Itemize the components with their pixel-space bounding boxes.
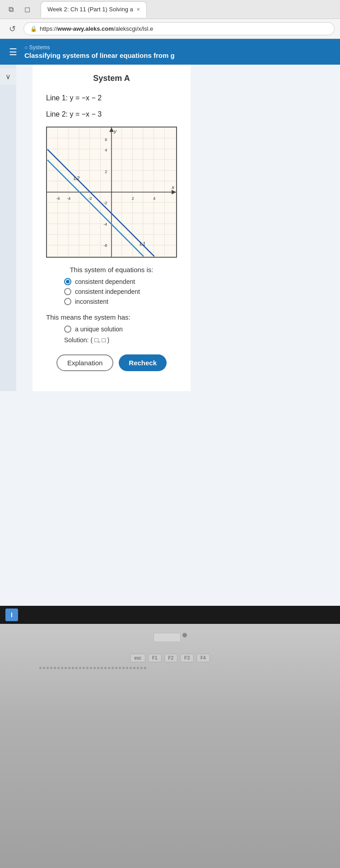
url-prefix: https:// <box>40 25 57 32</box>
option-inconsistent[interactable]: inconsistent <box>64 298 177 305</box>
power-indicator <box>182 633 187 637</box>
svg-line-40 <box>47 160 144 256</box>
svg-text:-4: -4 <box>103 222 107 226</box>
refresh-button[interactable]: ↺ <box>5 22 19 36</box>
url-box[interactable]: 🔒 https://www-awy.aleks.com/alekscgi/x/l… <box>23 22 335 35</box>
option-consistent-dependent[interactable]: consistent dependent <box>64 278 177 285</box>
svg-text:-6: -6 <box>56 196 60 201</box>
graph-container: x y -6 -4 -2 2 4 <box>46 127 177 258</box>
key-spacer <box>154 633 181 642</box>
browser-chrome: ⧉ ◻ Week 2: Ch 11 (Part 1) Solving a × ↺… <box>0 0 340 39</box>
url-path: /alekscgi/x/lsl.e <box>114 25 153 32</box>
url-domain: www-awy.aleks.com <box>57 25 114 32</box>
means-text: This means the system has: <box>46 313 177 321</box>
svg-text:x: x <box>171 184 175 190</box>
radio-unique-solution[interactable] <box>64 326 71 333</box>
solution-label-text: Solution: ( □, □ ) <box>64 336 177 344</box>
svg-text:-4: -4 <box>67 196 70 201</box>
collapse-side: ∨ <box>0 65 16 391</box>
tab-icons: ⧉ ◻ <box>5 3 33 16</box>
key-f1[interactable]: F1 <box>148 654 162 662</box>
active-tab[interactable]: Week 2: Ch 11 (Part 1) Solving a × <box>41 1 147 18</box>
system-type-options: consistent dependent consistent independ… <box>64 278 177 305</box>
system-panel: System A Line 1: y = −x − 2 Line 2: y = … <box>33 65 191 391</box>
key-f4[interactable]: F4 <box>196 654 210 662</box>
key-f2[interactable]: F2 <box>164 654 178 662</box>
option-unique-solution-label: a unique solution <box>75 326 123 333</box>
radio-inconsistent[interactable] <box>64 298 71 305</box>
aleks-header: ☰ ○ Systems Classifying systems of linea… <box>0 39 340 65</box>
line2-equation: y = −x − 3 <box>70 110 102 118</box>
svg-text:2: 2 <box>132 196 134 201</box>
url-text: https://www-awy.aleks.com/alekscgi/x/lsl… <box>40 25 153 32</box>
page-content: ☰ ○ Systems Classifying systems of linea… <box>0 39 340 624</box>
chevron-down-icon: ∨ <box>5 72 11 81</box>
svg-text:L1: L1 <box>140 241 145 247</box>
header-subtitle: ○ Systems <box>24 44 333 51</box>
collapse-button[interactable]: ∨ <box>0 68 16 85</box>
svg-text:2: 2 <box>105 170 107 174</box>
tab-stack-icon[interactable]: ⧉ <box>5 3 17 16</box>
tab-x-icon[interactable]: × <box>137 6 140 13</box>
svg-text:-2: -2 <box>103 201 107 205</box>
question-text: This system of equations is: <box>46 266 177 274</box>
header-title: Classifying systems of linear equations … <box>24 52 333 59</box>
keyboard-dots <box>39 667 301 669</box>
bottom-buttons: Explanation Recheck <box>46 354 177 371</box>
option-unique-solution[interactable]: a unique solution <box>64 326 177 333</box>
line1-label: Line 1: <box>46 94 68 102</box>
option-consistent-independent-label: consistent independent <box>75 288 140 295</box>
svg-text:-8: -8 <box>103 243 107 248</box>
svg-text:y: y <box>113 128 117 134</box>
solution-label: Solution: <box>64 336 88 344</box>
svg-text:4: 4 <box>153 196 155 201</box>
radio-consistent-dependent[interactable] <box>64 278 71 285</box>
option-consistent-independent[interactable]: consistent independent <box>64 288 177 295</box>
system-title: System A <box>46 74 177 83</box>
keyboard-area: esc F1 F2 F3 F4 <box>0 624 340 868</box>
explanation-button[interactable]: Explanation <box>56 354 113 371</box>
graph-svg: x y -6 -4 -2 2 4 <box>47 127 176 257</box>
svg-text:4: 4 <box>105 148 107 152</box>
taskbar-app-icon[interactable]: I <box>5 609 18 621</box>
tab-bar: ⧉ ◻ Week 2: Ch 11 (Part 1) Solving a × <box>0 0 340 19</box>
recheck-button[interactable]: Recheck <box>119 354 167 371</box>
svg-text:L2: L2 <box>74 175 80 181</box>
svg-text:6: 6 <box>105 137 107 142</box>
equation-line1: Line 1: y = −x − 2 <box>46 94 177 102</box>
line2-label: Line 2: <box>46 110 68 118</box>
lock-icon: 🔒 <box>30 26 37 32</box>
hamburger-button[interactable]: ☰ <box>7 45 19 59</box>
key-f3[interactable]: F3 <box>180 654 194 662</box>
option-inconsistent-label: inconsistent <box>75 298 108 305</box>
header-text-area: ○ Systems Classifying systems of linear … <box>24 44 333 59</box>
taskbar-icon-label: I <box>11 611 13 618</box>
svg-text:-2: -2 <box>88 196 92 201</box>
solution-value: ( □, □ ) <box>90 336 109 344</box>
taskbar: I <box>0 606 340 624</box>
option-consistent-dependent-label: consistent dependent <box>75 278 135 285</box>
svg-line-39 <box>47 149 154 256</box>
tab-new-icon[interactable]: ◻ <box>21 3 33 16</box>
radio-consistent-independent[interactable] <box>64 288 71 295</box>
svg-marker-24 <box>172 190 176 194</box>
screen-area: ⧉ ◻ Week 2: Ch 11 (Part 1) Solving a × ↺… <box>0 0 340 624</box>
section-with-collapse: ∨ System A Line 1: y = −x − 2 Line 2: y … <box>0 65 340 391</box>
keyboard-top-row <box>154 633 187 642</box>
svg-marker-25 <box>109 127 114 132</box>
tab-title: Week 2: Ch 11 (Part 1) Solving a <box>47 6 133 13</box>
solution-options: a unique solution <box>64 326 177 333</box>
fn-keys-row: esc F1 F2 F3 F4 <box>130 654 210 662</box>
line1-equation: y = −x − 2 <box>70 94 102 102</box>
key-esc[interactable]: esc <box>130 654 145 662</box>
equation-line2: Line 2: y = −x − 3 <box>46 110 177 118</box>
address-bar: ↺ 🔒 https://www-awy.aleks.com/alekscgi/x… <box>0 19 340 39</box>
